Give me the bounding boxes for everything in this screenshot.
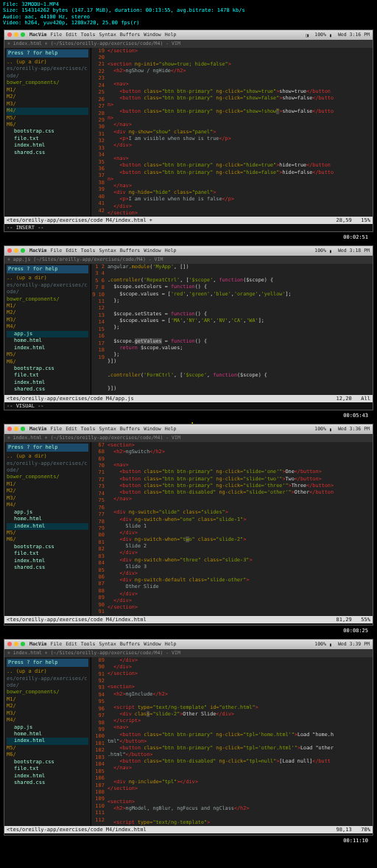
- tree-file[interactable]: index.html: [7, 523, 88, 530]
- tree-dir[interactable]: M1/: [7, 303, 88, 309]
- parent-dir[interactable]: .. (up a dir): [7, 275, 88, 281]
- min-icon[interactable]: [14, 32, 18, 37]
- tree-dir-active[interactable]: M4/: [7, 502, 88, 508]
- tree-file[interactable]: bootstrap.css: [7, 128, 88, 135]
- menu-syntax[interactable]: Syntax: [99, 32, 116, 38]
- close-icon[interactable]: [7, 642, 12, 646]
- menu-help[interactable]: Help: [165, 426, 177, 432]
- parent-dir[interactable]: .. (up a dir): [7, 668, 88, 675]
- tree-dir[interactable]: bower_components/: [7, 296, 88, 303]
- menu-file[interactable]: File: [50, 426, 62, 432]
- menu-help[interactable]: Help: [165, 32, 177, 38]
- tree-dir[interactable]: M3/: [7, 495, 88, 502]
- vim-tab[interactable]: + index.html + (~/Sites/oreilly-app/exer…: [4, 649, 373, 657]
- tree-dir[interactable]: M6/: [7, 536, 88, 543]
- tree-dir[interactable]: M5/: [7, 115, 88, 122]
- tree-dir[interactable]: M3/: [7, 710, 88, 717]
- menu-window[interactable]: Window: [144, 32, 161, 38]
- max-icon[interactable]: [21, 248, 25, 253]
- menu-tools[interactable]: Tools: [81, 641, 96, 647]
- tree-dir[interactable]: M3/: [7, 317, 88, 323]
- menu-help[interactable]: Help: [165, 641, 177, 647]
- tree-file[interactable]: file.txt: [7, 136, 88, 142]
- menu-window[interactable]: Window: [144, 641, 161, 647]
- tree-dir[interactable]: bower_components/: [7, 689, 88, 696]
- app-menu[interactable]: MacVim File Edit Tools Syntax Buffers Wi…: [29, 426, 176, 432]
- menu-window[interactable]: Window: [144, 248, 161, 253]
- tree-dir[interactable]: M6/: [7, 122, 88, 128]
- tree-dir[interactable]: M2/: [7, 488, 88, 494]
- menu-syntax[interactable]: Syntax: [99, 641, 116, 647]
- menu-file[interactable]: File: [50, 32, 62, 38]
- max-icon[interactable]: [21, 32, 25, 37]
- tree-file[interactable]: bootstrap.css: [7, 365, 88, 372]
- tree-dir[interactable]: M5/: [7, 530, 88, 536]
- editor-1[interactable]: </section> <section ng-init="show=true; …: [108, 48, 373, 217]
- vim-tab[interactable]: + app.js (~/Sites/oreilly-app/exercises/…: [4, 256, 373, 264]
- menu-tools[interactable]: Tools: [81, 426, 96, 432]
- menu-help[interactable]: Help: [165, 248, 177, 253]
- tree-file[interactable]: app.js: [7, 724, 88, 731]
- tree-file[interactable]: shared.css: [7, 564, 88, 571]
- menu-buffers[interactable]: Buffers: [120, 641, 140, 647]
- tree-dir[interactable]: M6/: [7, 359, 88, 365]
- tree-dir[interactable]: M2/: [7, 309, 88, 316]
- min-icon[interactable]: [14, 427, 18, 431]
- tree-file[interactable]: index.html: [7, 558, 88, 564]
- tree-dir[interactable]: M2/: [7, 94, 88, 100]
- max-icon[interactable]: [21, 642, 25, 646]
- nerdtree[interactable]: Press ? for help .. (up a dir) es/oreill…: [4, 442, 91, 616]
- vim-tab[interactable]: + index.html + (~/Sites/oreilly-app/exer…: [4, 40, 373, 48]
- tree-dir[interactable]: M1/: [7, 87, 88, 94]
- tree-file[interactable]: home.html: [7, 731, 88, 738]
- menu-window[interactable]: Window: [144, 426, 161, 432]
- min-icon[interactable]: [14, 248, 18, 253]
- nerdtree[interactable]: Press ? for help .. (up a dir) es/oreill…: [4, 48, 91, 217]
- tree-file[interactable]: index.html: [7, 345, 88, 351]
- editor-2[interactable]: angular.module('MyApp', []) .controller(…: [108, 264, 373, 395]
- tree-file[interactable]: index.html: [7, 379, 88, 386]
- menu-file[interactable]: File: [50, 641, 62, 647]
- menu-buffers[interactable]: Buffers: [120, 426, 140, 432]
- tree-file[interactable]: index.html: [7, 738, 88, 744]
- close-icon[interactable]: [7, 32, 12, 37]
- menu-edit[interactable]: Edit: [66, 32, 77, 38]
- max-icon[interactable]: [21, 427, 25, 431]
- app-menu[interactable]: MacVim File Edit Tools Syntax Buffers Wi…: [29, 248, 176, 253]
- menu-edit[interactable]: Edit: [66, 248, 77, 253]
- menu-syntax[interactable]: Syntax: [99, 426, 116, 432]
- tree-file[interactable]: file.txt: [7, 766, 88, 772]
- tree-dir-active[interactable]: M4/: [7, 717, 88, 724]
- nerdtree[interactable]: Press ? for help .. (up a dir) es/oreill…: [4, 264, 91, 395]
- editor-3[interactable]: <section> <h2>ngSwitch</h2> <nav> <butto…: [108, 442, 373, 616]
- editor-4[interactable]: </div> </div> </section> <section> <h2>n…: [108, 657, 373, 826]
- tree-dir[interactable]: bower_components/: [7, 80, 88, 86]
- close-icon[interactable]: [7, 427, 12, 431]
- tree-dir[interactable]: bower_components/: [7, 474, 88, 480]
- tree-dir[interactable]: M3/: [7, 101, 88, 108]
- menu-edit[interactable]: Edit: [66, 641, 77, 647]
- tree-file[interactable]: bootstrap.css: [7, 544, 88, 550]
- tree-dir[interactable]: M1/: [7, 696, 88, 703]
- tree-dir[interactable]: M5/: [7, 351, 88, 358]
- tree-file[interactable]: shared.css: [7, 386, 88, 393]
- tree-file[interactable]: home.html: [7, 337, 88, 344]
- tree-dir[interactable]: M6/: [7, 752, 88, 758]
- menu-buffers[interactable]: Buffers: [120, 32, 140, 38]
- tree-file[interactable]: index.html: [7, 142, 88, 149]
- parent-dir[interactable]: .. (up a dir): [7, 59, 88, 66]
- min-icon[interactable]: [14, 642, 18, 646]
- tree-file[interactable]: file.txt: [7, 372, 88, 379]
- tree-dir[interactable]: M1/: [7, 481, 88, 488]
- close-icon[interactable]: [7, 248, 12, 253]
- menu-file[interactable]: File: [50, 248, 62, 253]
- app-menu[interactable]: MacVim File Edit Tools Syntax Buffers Wi…: [29, 32, 176, 38]
- tree-dir[interactable]: M2/: [7, 703, 88, 710]
- menu-buffers[interactable]: Buffers: [120, 248, 140, 253]
- tree-dir-active[interactable]: M4/: [7, 108, 88, 114]
- tree-dir-active[interactable]: M4/: [7, 323, 88, 330]
- tree-file[interactable]: index.html: [7, 773, 88, 780]
- app-menu[interactable]: MacVim File Edit Tools Syntax Buffers Wi…: [29, 641, 176, 647]
- menu-tools[interactable]: Tools: [81, 248, 96, 253]
- tree-file[interactable]: file.txt: [7, 550, 88, 557]
